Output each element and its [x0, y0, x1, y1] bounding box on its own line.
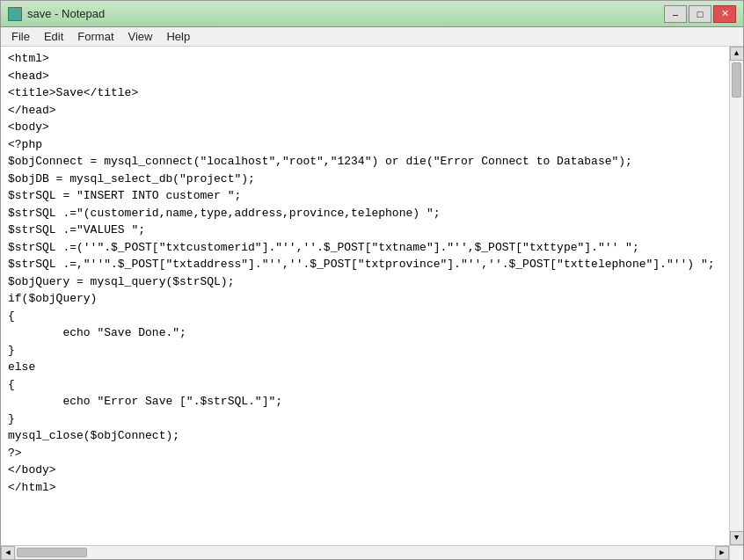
menu-help[interactable]: Help	[159, 28, 197, 45]
maximize-button[interactable]: □	[689, 5, 711, 23]
scroll-right-arrow[interactable]: ▶	[715, 546, 729, 560]
scroll-thumb-horizontal[interactable]	[17, 548, 87, 557]
notepad-icon	[8, 7, 22, 21]
editor-area: <html> <head> <title>Save</title> </head…	[1, 47, 743, 545]
close-button[interactable]: ✕	[713, 5, 736, 23]
menu-view[interactable]: View	[121, 28, 160, 45]
menu-edit[interactable]: Edit	[37, 28, 70, 45]
title-bar-controls: – □ ✕	[664, 5, 736, 23]
code-editor[interactable]: <html> <head> <title>Save</title> </head…	[1, 47, 729, 545]
scroll-track-horizontal[interactable]	[15, 546, 715, 559]
scroll-up-arrow[interactable]: ▲	[730, 47, 744, 61]
minimize-button[interactable]: –	[664, 5, 687, 23]
scroll-left-arrow[interactable]: ◀	[1, 546, 15, 560]
title-bar-left: save - Notepad	[8, 7, 105, 21]
window-title: save - Notepad	[27, 7, 105, 20]
scroll-thumb-vertical[interactable]	[732, 62, 741, 98]
menu-bar: File Edit Format View Help	[1, 27, 743, 47]
notepad-window: save - Notepad – □ ✕ File Edit Format Vi…	[0, 0, 744, 560]
scroll-track-vertical[interactable]	[730, 61, 743, 531]
title-bar: save - Notepad – □ ✕	[1, 1, 743, 27]
menu-format[interactable]: Format	[70, 28, 120, 45]
scrollbar-corner	[729, 546, 743, 560]
menu-file[interactable]: File	[4, 28, 37, 45]
horizontal-scrollbar[interactable]: ◀ ▶	[1, 545, 743, 559]
scroll-down-arrow[interactable]: ▼	[730, 531, 744, 545]
vertical-scrollbar[interactable]: ▲ ▼	[729, 47, 743, 545]
